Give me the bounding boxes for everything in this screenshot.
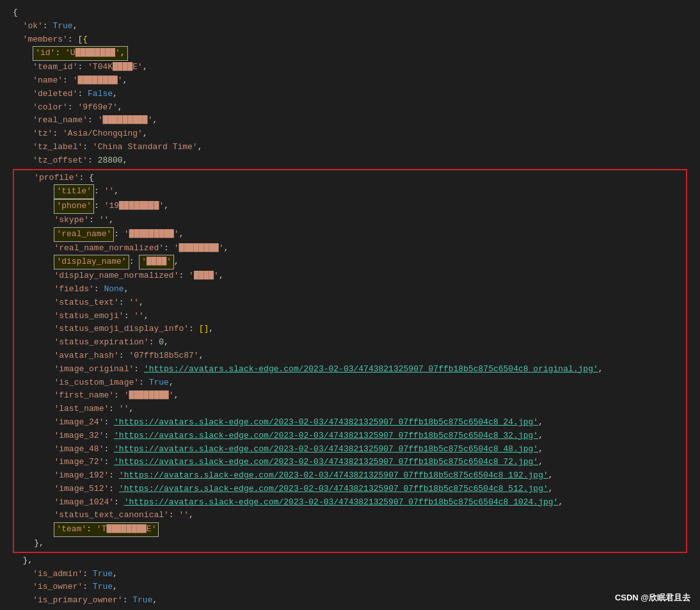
line-ok: 'ok': True, bbox=[13, 20, 687, 33]
line-image-1024: 'image_1024': 'https://avatars.slack-edg… bbox=[14, 496, 686, 510]
line-image-72: 'image_72': 'https://avatars.slack-edge.… bbox=[14, 456, 686, 469]
line-profile-real-name: 'real_name': '█████████', bbox=[14, 227, 686, 242]
line-status-emoji: 'status_emoji': '', bbox=[14, 310, 686, 323]
line-first-name: 'first_name': '████████', bbox=[14, 389, 686, 403]
line-fields: 'fields': None, bbox=[14, 283, 686, 296]
profile-section: 'profile': { 'title': '', 'phone': '19██… bbox=[13, 169, 687, 553]
post-profile-lines: }, 'is_admin': True, 'is_owner': True, '… bbox=[13, 554, 687, 610]
line-image-24: 'image_24': 'https://avatars.slack-edge.… bbox=[14, 416, 686, 429]
line-image-48: 'image_48': 'https://avatars.slack-edge.… bbox=[14, 443, 686, 456]
line-is-restricted: 'is_restricted': False, bbox=[13, 607, 687, 610]
line-deleted: 'deleted': False, bbox=[13, 88, 687, 101]
line-status-expiration: 'status_expiration': 0, bbox=[14, 336, 686, 349]
line-is-owner: 'is_owner': True, bbox=[13, 581, 687, 594]
line-display-name-normalized: 'display_name_normalized': '████', bbox=[14, 269, 686, 283]
line-image-512: 'image_512': 'https://avatars.slack-edge… bbox=[14, 483, 686, 496]
line-phone: 'phone': '19████████', bbox=[14, 199, 686, 214]
line-open-brace: { bbox=[13, 6, 687, 20]
line-tz-label: 'tz_label': 'China Standard Time', bbox=[13, 141, 687, 154]
line-last-name: 'last_name': '', bbox=[14, 403, 686, 416]
line-avatar-hash: 'avatar_hash': '07ffb18b5c87', bbox=[14, 349, 686, 363]
line-status-text: 'status_text': '', bbox=[14, 296, 686, 310]
line-image-32: 'image_32': 'https://avatars.slack-edge.… bbox=[14, 429, 686, 443]
line-name: 'name': '████████', bbox=[13, 74, 687, 88]
watermark: CSDN @欣眠君且去 bbox=[615, 592, 690, 604]
line-members: 'members': [{ bbox=[13, 33, 687, 47]
code-viewer: { 'ok': True, 'members': [{ 'id': 'U████… bbox=[0, 0, 700, 610]
line-display-name: 'display_name': '████', bbox=[14, 255, 686, 269]
line-real-name: 'real_name': '█████████', bbox=[13, 114, 687, 127]
line-id: 'id': 'U████████', bbox=[13, 46, 687, 61]
line-color: 'color': '9f69e7', bbox=[13, 101, 687, 115]
line-real-name-normalized: 'real_name_normalized': '████████', bbox=[14, 242, 686, 255]
line-profile-open: 'profile': { bbox=[14, 172, 686, 185]
line-team: 'team': 'T████████E' bbox=[14, 522, 686, 537]
line-tz-offset: 'tz_offset': 28800, bbox=[13, 154, 687, 168]
line-image-192: 'image_192': 'https://avatars.slack-edge… bbox=[14, 469, 686, 483]
line-image-original: 'image_original': 'https://avatars.slack… bbox=[14, 363, 686, 376]
line-is-admin: 'is_admin': True, bbox=[13, 568, 687, 581]
line-title: 'title': '', bbox=[14, 184, 686, 199]
pre-profile-lines: { 'ok': True, 'members': [{ 'id': 'U████… bbox=[13, 6, 687, 168]
line-profile-close: }, bbox=[14, 537, 686, 550]
line-is-custom-image: 'is_custom_image': True, bbox=[14, 376, 686, 390]
line-is-primary-owner: 'is_primary_owner': True, bbox=[13, 594, 687, 607]
line-team-id: 'team_id': 'T04K████E', bbox=[13, 61, 687, 74]
line-tz: 'tz': 'Asia/Chongqing', bbox=[13, 127, 687, 141]
line-status-emoji-display-info: 'status_emoji_display_info': [], bbox=[14, 323, 686, 336]
line-skype: 'skype': '', bbox=[14, 214, 686, 227]
line-close-member: }, bbox=[13, 554, 687, 568]
line-status-text-canonical: 'status_text_canonical': '', bbox=[14, 509, 686, 522]
